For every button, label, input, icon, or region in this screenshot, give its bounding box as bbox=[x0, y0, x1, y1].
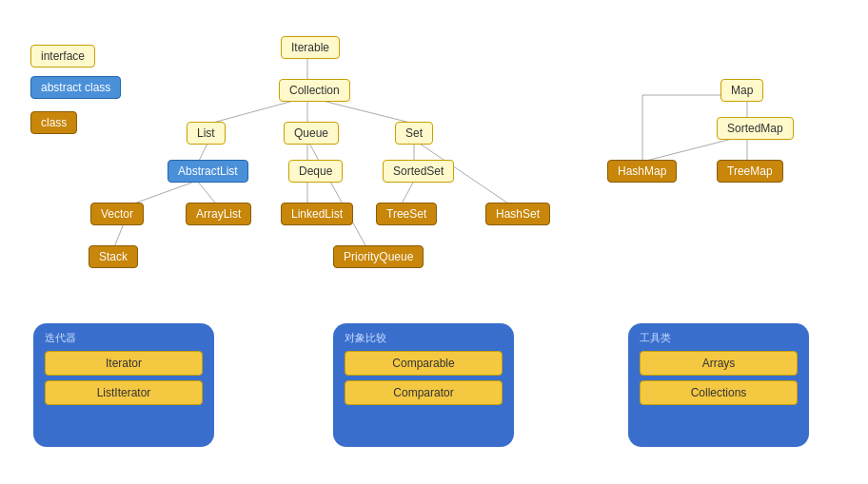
node-priorityqueue: PriorityQueue bbox=[333, 245, 424, 268]
panel-arrays-item: Arrays bbox=[640, 351, 798, 376]
node-set: Set bbox=[395, 122, 433, 145]
node-sortedset: SortedSet bbox=[383, 160, 454, 183]
panel-comparison: 对象比较 Comparable Comparator bbox=[333, 323, 514, 447]
panel-tools: 工具类 Arrays Collections bbox=[628, 323, 809, 447]
node-stack: Stack bbox=[89, 245, 138, 268]
panel-listiterator-item: ListIterator bbox=[45, 380, 203, 405]
panel-tools-label: 工具类 bbox=[640, 331, 798, 345]
node-sortedmap: SortedMap bbox=[717, 117, 794, 140]
node-arraylist: ArrayList bbox=[186, 203, 251, 225]
node-treeset: TreeSet bbox=[376, 203, 437, 225]
legend-class: class bbox=[30, 111, 77, 134]
legend-interface: interface bbox=[30, 45, 95, 68]
node-deque: Deque bbox=[288, 160, 343, 183]
node-map: Map bbox=[720, 79, 763, 102]
node-queue: Queue bbox=[284, 122, 339, 145]
node-treemap: TreeMap bbox=[717, 160, 783, 183]
node-hashset: HashSet bbox=[485, 203, 550, 225]
panel-comparable-item: Comparable bbox=[345, 351, 503, 376]
node-linkedlist: LinkedList bbox=[281, 203, 353, 225]
node-vector: Vector bbox=[90, 203, 144, 225]
node-list: List bbox=[187, 122, 226, 145]
node-abstractlist: AbstractList bbox=[168, 160, 248, 183]
panel-iterator-item: Iterator bbox=[45, 351, 203, 376]
svg-line-12 bbox=[114, 223, 124, 247]
panel-comparator-item: Comparator bbox=[345, 380, 503, 405]
panel-collections-item: Collections bbox=[640, 380, 798, 405]
panel-comparison-label: 对象比较 bbox=[345, 331, 503, 345]
svg-line-13 bbox=[307, 140, 366, 247]
panel-iterators-label: 迭代器 bbox=[45, 331, 203, 345]
panel-iterators: 迭代器 Iterator ListIterator bbox=[33, 323, 214, 447]
node-collection: Collection bbox=[279, 79, 350, 102]
node-hashmap: HashMap bbox=[607, 160, 677, 183]
node-iterable: Iterable bbox=[281, 36, 340, 59]
legend-abstract: abstract class bbox=[30, 76, 121, 99]
